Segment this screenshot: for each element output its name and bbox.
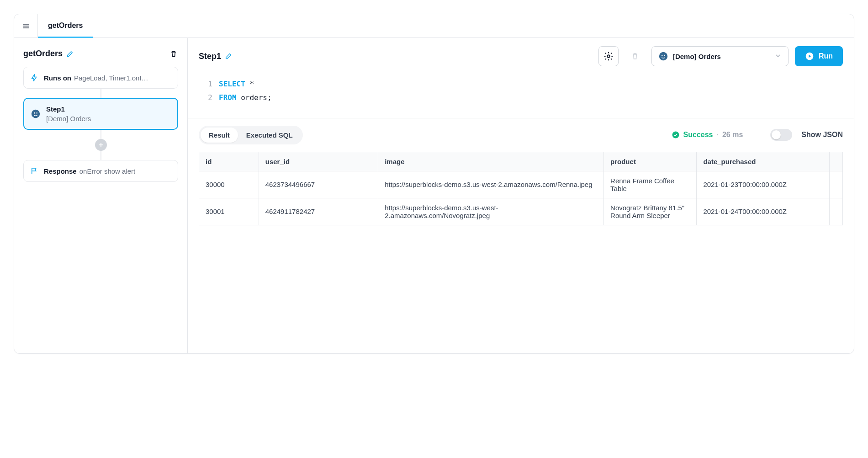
- chevron-down-icon: [774, 52, 782, 61]
- show-json-label: Show JSON: [801, 131, 843, 139]
- code-line: 1 SELECT *: [206, 77, 854, 91]
- pencil-icon: [66, 50, 74, 58]
- datasource-select[interactable]: [Demo] Orders: [651, 46, 789, 66]
- content: Step1: [188, 38, 854, 353]
- check-circle-icon: [672, 131, 680, 139]
- step-settings-button[interactable]: [598, 46, 619, 66]
- step-card[interactable]: Step1 [Demo] Orders: [23, 98, 178, 130]
- cell-product: Renna Frame Coffee Table: [604, 171, 697, 198]
- run-button[interactable]: Run: [795, 46, 843, 66]
- svg-point-9: [659, 52, 667, 60]
- code-editor[interactable]: 1 SELECT * 2 FROM orders;: [188, 77, 854, 118]
- datasource-selected: [Demo] Orders: [673, 53, 721, 60]
- sql-keyword: SELECT: [219, 80, 245, 88]
- col-padding: [829, 152, 842, 171]
- flag-icon: [30, 167, 38, 175]
- step-title-text: Step1: [199, 52, 221, 61]
- content-header: Step1: [188, 38, 854, 77]
- tab-getorders[interactable]: getOrders: [38, 15, 93, 38]
- main-split: getOrders: [14, 38, 854, 353]
- sql-token: *: [245, 80, 254, 88]
- flow: Runs on PageLoad, Timer1.onI… Step1 [De: [23, 67, 178, 182]
- cell-date: 2021-01-23T00:00:00.000Z: [697, 171, 830, 198]
- col-id[interactable]: id: [199, 152, 259, 171]
- sidebar-header: getOrders: [23, 49, 178, 59]
- postgres-icon: [658, 51, 668, 61]
- svg-point-8: [607, 55, 610, 58]
- delete-api-button[interactable]: [169, 49, 178, 59]
- svg-point-11: [664, 55, 665, 56]
- result-table: id user_id image product date_purchased …: [188, 152, 854, 225]
- step-datasource: [Demo] Orders: [46, 115, 91, 122]
- svg-point-4: [34, 112, 35, 114]
- plus-icon: [97, 141, 105, 149]
- step-title: Step1: [199, 52, 232, 61]
- tab-label: getOrders: [48, 21, 83, 30]
- tab-executed-sql[interactable]: Executed SQL: [238, 128, 301, 143]
- line-number: 2: [206, 91, 212, 105]
- response-value: onError show alert: [79, 167, 136, 175]
- menu-button[interactable]: [14, 14, 38, 37]
- line-number: 1: [206, 77, 212, 91]
- api-title: getOrders: [23, 49, 63, 59]
- cell-user-id: 4624911782427: [259, 198, 378, 225]
- add-step-button[interactable]: [95, 139, 107, 151]
- pencil-icon: [225, 53, 232, 60]
- flow-connector: [101, 130, 101, 139]
- cell-id: 30000: [199, 171, 259, 198]
- hamburger-icon: [21, 21, 31, 31]
- trigger-label: Runs on: [44, 74, 71, 82]
- cell-date: 2021-01-24T00:00:00.000Z: [697, 198, 830, 225]
- result-bar: Result Executed SQL Success · 26 ms Show…: [188, 118, 854, 152]
- response-label: Response: [44, 167, 77, 175]
- col-image[interactable]: image: [378, 152, 604, 171]
- run-label: Run: [819, 52, 833, 60]
- app-shell: getOrders getOrders: [14, 14, 854, 354]
- code-line: 2 FROM orders;: [206, 91, 854, 105]
- flow-connector: [101, 89, 101, 98]
- table-header-row: id user_id image product date_purchased: [199, 152, 843, 171]
- topbar: getOrders: [14, 14, 854, 38]
- delete-step-button[interactable]: [625, 46, 645, 66]
- trigger-value: PageLoad, Timer1.onI…: [74, 74, 148, 82]
- show-json-toggle[interactable]: [770, 129, 792, 141]
- cell-image: https://superblocks-demo.s3.us-west-2.am…: [378, 198, 604, 225]
- cell-product: Novogratz Brittany 81.5" Round Arm Sleep…: [604, 198, 697, 225]
- col-date-purchased[interactable]: date_purchased: [697, 152, 830, 171]
- duration-text: 26 ms: [722, 131, 743, 139]
- status-badge: Success · 26 ms: [672, 131, 743, 139]
- response-card[interactable]: Response onError show alert: [23, 160, 178, 182]
- trash-icon: [630, 52, 640, 61]
- svg-point-3: [32, 110, 40, 118]
- cell-image: https://superblocks-demo.s3.us-west-2.am…: [378, 171, 604, 198]
- rename-step-button[interactable]: [225, 53, 232, 60]
- table-row[interactable]: 30001 4624911782427 https://superblocks-…: [199, 198, 843, 225]
- status-text: Success: [683, 131, 713, 139]
- rename-api-button[interactable]: [66, 50, 74, 58]
- col-product[interactable]: product: [604, 152, 697, 171]
- cell-id: 30001: [199, 198, 259, 225]
- step-name: Step1: [46, 105, 91, 113]
- sql-keyword: FROM: [219, 93, 237, 102]
- result-tabs: Result Executed SQL: [199, 126, 303, 144]
- table-row[interactable]: 30000 4623734496667 https://superblocks-…: [199, 171, 843, 198]
- svg-point-10: [662, 55, 662, 56]
- tab-result[interactable]: Result: [201, 128, 238, 143]
- gear-icon: [603, 51, 614, 61]
- trigger-card[interactable]: Runs on PageLoad, Timer1.onI…: [23, 67, 178, 89]
- lightning-icon: [30, 74, 38, 82]
- sidebar: getOrders: [14, 38, 188, 353]
- postgres-icon: [31, 109, 41, 119]
- trash-icon: [169, 49, 178, 59]
- play-icon: [805, 52, 814, 61]
- cell-user-id: 4623734496667: [259, 171, 378, 198]
- col-user-id[interactable]: user_id: [259, 152, 378, 171]
- flow-connector: [101, 151, 101, 160]
- svg-point-5: [37, 112, 37, 114]
- sql-token: orders;: [237, 93, 272, 102]
